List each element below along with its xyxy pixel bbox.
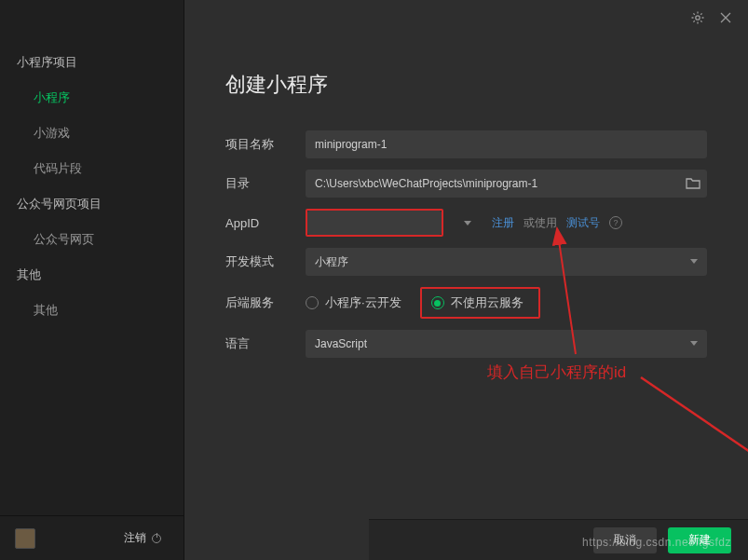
create-button[interactable]: 新建 <box>668 527 731 553</box>
section-header-other: 其他 <box>0 257 184 293</box>
logout-button[interactable]: 注销 <box>116 527 169 549</box>
backend-label: 后端服务 <box>225 294 306 311</box>
sidebar-item-other[interactable]: 其他 <box>0 293 184 328</box>
sidebar-footer: 注销 <box>0 515 184 560</box>
help-icon[interactable]: ? <box>609 216 622 229</box>
titlebar <box>184 0 748 35</box>
logout-label: 注销 <box>124 530 146 546</box>
dev-mode-select[interactable]: 小程序 <box>306 248 707 276</box>
avatar[interactable] <box>15 528 35 549</box>
svg-line-4 <box>641 377 748 517</box>
power-icon <box>152 534 161 543</box>
sidebar-item-snippet[interactable]: 代码片段 <box>0 151 184 186</box>
directory-input[interactable] <box>306 170 707 198</box>
section-header-official: 公众号网页项目 <box>0 186 184 222</box>
sidebar-item-official-web[interactable]: 公众号网页 <box>0 222 184 257</box>
radio-icon-checked <box>431 296 444 309</box>
cancel-button[interactable]: 取消 <box>593 527 657 553</box>
svg-point-0 <box>696 16 700 20</box>
project-name-label: 项目名称 <box>225 136 306 153</box>
gear-icon[interactable] <box>690 10 705 25</box>
backend-highlight-box: 不使用云服务 <box>420 287 540 319</box>
appid-label: AppID <box>225 216 306 230</box>
language-label: 语言 <box>225 335 306 352</box>
backend-option-none-label: 不使用云服务 <box>451 294 524 311</box>
sidebar: 小程序项目 小程序 小游戏 代码片段 公众号网页项目 公众号网页 其他 其他 注… <box>0 0 184 560</box>
dev-mode-label: 开发模式 <box>225 253 306 270</box>
section-header-miniprogram: 小程序项目 <box>0 45 184 80</box>
folder-icon[interactable] <box>685 175 701 192</box>
backend-option-cloud-label: 小程序·云开发 <box>325 294 401 311</box>
page-title: 创建小程序 <box>225 71 748 99</box>
close-icon[interactable] <box>718 10 733 25</box>
backend-option-none[interactable]: 不使用云服务 <box>431 294 524 311</box>
or-use-text: 或使用 <box>524 215 557 231</box>
backend-option-cloud[interactable]: 小程序·云开发 <box>306 294 401 311</box>
main-content: 创建小程序 项目名称 目录 <box>184 0 748 560</box>
footer: 取消 新建 <box>369 519 748 560</box>
sidebar-item-minigame[interactable]: 小游戏 <box>0 116 184 151</box>
project-name-input[interactable] <box>306 130 707 158</box>
radio-icon <box>306 296 319 309</box>
sidebar-item-miniprogram[interactable]: 小程序 <box>0 80 184 116</box>
test-account-link[interactable]: 测试号 <box>566 215 600 231</box>
register-link[interactable]: 注册 <box>492 215 514 231</box>
language-select[interactable]: JavaScript <box>306 330 707 358</box>
create-form: 项目名称 目录 AppID <box>184 130 748 369</box>
annotation-text: 填入自己小程序的id <box>487 362 626 383</box>
appid-dropdown-button[interactable] <box>453 209 483 237</box>
directory-label: 目录 <box>225 175 306 192</box>
appid-highlight-box <box>306 209 443 237</box>
appid-input[interactable] <box>307 211 442 235</box>
